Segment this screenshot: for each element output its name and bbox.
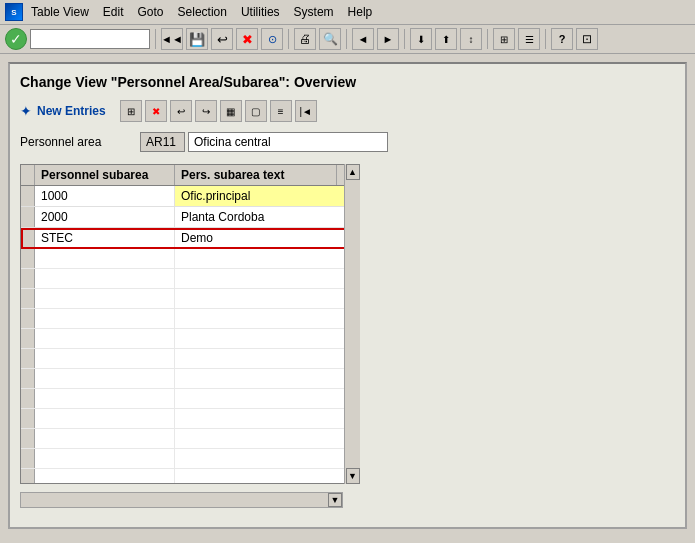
empty-row: [21, 369, 359, 389]
vertical-scrollbar: ▲ ▼: [344, 164, 360, 484]
command-input[interactable]: [30, 29, 150, 49]
table-row[interactable]: STEC Demo: [21, 228, 359, 249]
settings-icon: ⊡: [582, 32, 592, 46]
select-detail-btn[interactable]: ≡: [270, 100, 292, 122]
row-indicator-e5: [21, 329, 35, 348]
separator-6: [545, 29, 546, 49]
cell-subarea-2: 2000: [35, 207, 175, 227]
separator-3: [346, 29, 347, 49]
row-indicator-e12: [21, 469, 35, 484]
scroll-track: [346, 180, 360, 468]
select-all-icon: ▦: [226, 106, 235, 117]
empty-cell: [35, 289, 175, 308]
delete-btn[interactable]: ✖: [145, 100, 167, 122]
menu-goto[interactable]: Goto: [132, 3, 170, 21]
find-btn[interactable]: 🔍: [319, 28, 341, 50]
empty-row: [21, 389, 359, 409]
menu-system[interactable]: System: [288, 3, 340, 21]
empty-cell: [35, 389, 175, 408]
table-body: 1000 Ofic.principal 2000 Planta Cordoba …: [21, 186, 359, 484]
nav-prev-icon: ◄: [358, 33, 369, 45]
page-toolbar: ✦ New Entries ⊞ ✖ ↩ ↪ ▦ ▢ ≡: [20, 100, 675, 122]
new-entries-icon: ✦: [20, 103, 32, 119]
new-entries-label[interactable]: New Entries: [37, 104, 106, 118]
shortcut-btn-3[interactable]: ⊙: [261, 28, 283, 50]
row-indicator-2: [21, 207, 35, 227]
extra-btn-1[interactable]: ⊞: [493, 28, 515, 50]
select-all-btn[interactable]: ▦: [220, 100, 242, 122]
row-indicator-e2: [21, 269, 35, 288]
status-button[interactable]: ✓: [5, 28, 27, 50]
help-icon: ?: [559, 33, 566, 45]
scroll-up-btn[interactable]: ▲: [346, 164, 360, 180]
empty-row: [21, 309, 359, 329]
empty-cell: [175, 249, 359, 268]
main-content: Change View "Personnel Area/Subarea": Ov…: [0, 54, 695, 537]
empty-row: [21, 249, 359, 269]
empty-cell: [35, 349, 175, 368]
check-icon: ✓: [10, 31, 22, 47]
scroll-right-btn[interactable]: ▼: [328, 493, 342, 507]
save-icon: 💾: [189, 32, 205, 47]
empty-cell: [35, 249, 175, 268]
transfer-btn-3[interactable]: ↕: [460, 28, 482, 50]
empty-row: [21, 349, 359, 369]
undo-btn[interactable]: ↩: [170, 100, 192, 122]
help-btn[interactable]: ?: [551, 28, 573, 50]
transfer-btn-2[interactable]: ⬆: [435, 28, 457, 50]
move-first-btn[interactable]: |◄: [295, 100, 317, 122]
menu-table-view[interactable]: Table View: [25, 3, 95, 21]
copy-btn[interactable]: ⊞: [120, 100, 142, 122]
transfer-btn-1[interactable]: ⬇: [410, 28, 432, 50]
cell-subarea-3: STEC: [35, 228, 175, 248]
save-btn[interactable]: 💾: [186, 28, 208, 50]
move-first-icon: |◄: [299, 106, 312, 117]
undo-icon: ↩: [177, 106, 185, 117]
find-icon: 🔍: [323, 32, 338, 46]
cell-text-1: Ofic.principal: [175, 186, 359, 206]
copy-icon: ⊞: [127, 106, 135, 117]
menu-help[interactable]: Help: [342, 3, 379, 21]
menu-edit[interactable]: Edit: [97, 3, 130, 21]
empty-row: [21, 469, 359, 484]
extra-icon-2: ☰: [525, 34, 534, 45]
menu-selection[interactable]: Selection: [172, 3, 233, 21]
empty-cell: [175, 409, 359, 428]
menu-utilities[interactable]: Utilities: [235, 3, 286, 21]
redo-btn[interactable]: ↪: [195, 100, 217, 122]
data-table: Personnel subarea Pers. subarea text ⊞ 1…: [20, 164, 360, 484]
empty-cell: [175, 329, 359, 348]
nav-next-btn[interactable]: ►: [377, 28, 399, 50]
deselect-icon: ▢: [251, 106, 260, 117]
row-indicator-e9: [21, 409, 35, 428]
table-row[interactable]: 2000 Planta Cordoba: [21, 207, 359, 228]
double-left-btn[interactable]: ◄◄: [161, 28, 183, 50]
row-indicator-e7: [21, 369, 35, 388]
row-indicator-header: [21, 165, 35, 185]
row-indicator-e1: [21, 249, 35, 268]
personnel-area-label: Personnel area: [20, 135, 140, 149]
settings-btn[interactable]: ⊡: [576, 28, 598, 50]
empty-row: [21, 269, 359, 289]
scroll-down-btn[interactable]: ▼: [346, 468, 360, 484]
cell-text-3: Demo: [175, 228, 359, 248]
shortcut-icon-3: ⊙: [268, 33, 277, 46]
empty-cell: [35, 269, 175, 288]
app-icon: S: [5, 3, 23, 21]
empty-cell: [175, 269, 359, 288]
shortcut-btn-1[interactable]: ↩: [211, 28, 233, 50]
empty-cell: [175, 449, 359, 468]
print-btn[interactable]: 🖨: [294, 28, 316, 50]
shortcut-btn-2[interactable]: ✖: [236, 28, 258, 50]
table-header: Personnel subarea Pers. subarea text ⊞: [21, 165, 359, 186]
extra-btn-2[interactable]: ☰: [518, 28, 540, 50]
separator-1: [155, 29, 156, 49]
deselect-btn[interactable]: ▢: [245, 100, 267, 122]
nav-prev-btn[interactable]: ◄: [352, 28, 374, 50]
table-row[interactable]: 1000 Ofic.principal: [21, 186, 359, 207]
empty-cell: [175, 389, 359, 408]
row-indicator-3: [21, 228, 35, 248]
personnel-area-description: Oficina central: [188, 132, 388, 152]
empty-cell: [175, 429, 359, 448]
shortcut-icon-1: ↩: [217, 32, 228, 47]
